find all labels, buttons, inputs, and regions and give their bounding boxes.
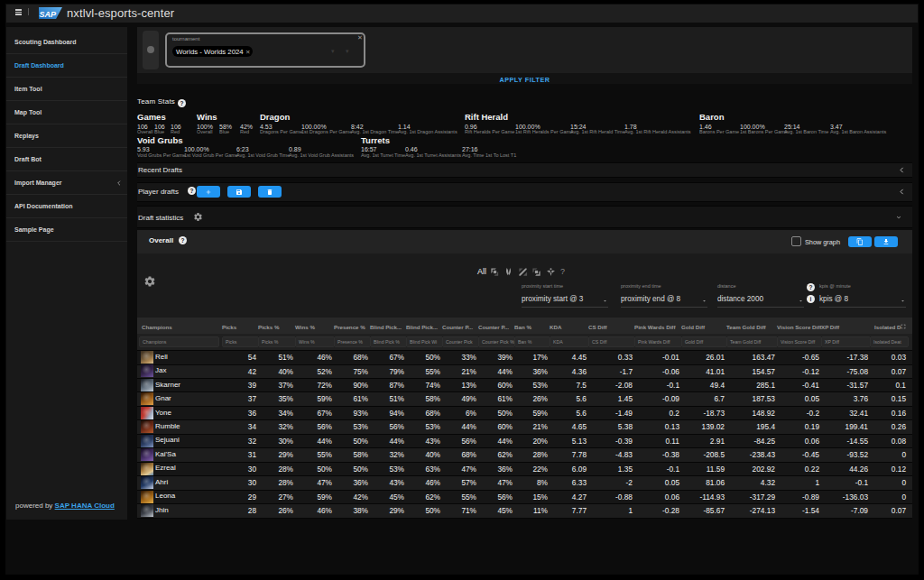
svg-text:SAP: SAP bbox=[40, 10, 58, 19]
